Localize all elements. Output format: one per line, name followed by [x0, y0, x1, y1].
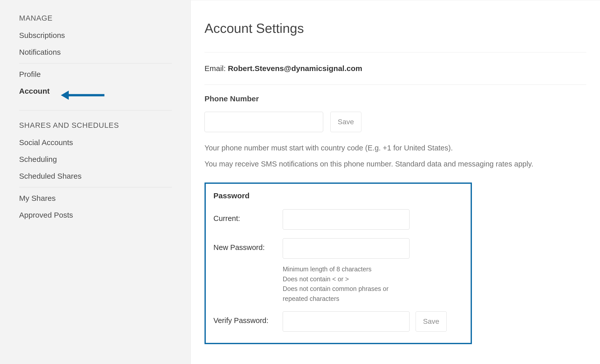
- email-label: Email:: [204, 64, 228, 73]
- svg-marker-1: [61, 91, 69, 100]
- email-row: Email: Robert.Stevens@dynamicsignal.com: [204, 52, 586, 85]
- sidebar-item-my-shares[interactable]: My Shares: [19, 194, 172, 203]
- sidebar-divider: [19, 110, 172, 110]
- new-password-input[interactable]: [283, 238, 410, 259]
- phone-help-text-2: You may receive SMS notifications on thi…: [204, 158, 586, 170]
- current-password-label: Current:: [213, 209, 283, 223]
- phone-heading: Phone Number: [204, 94, 586, 103]
- password-heading: Password: [213, 191, 463, 200]
- sidebar-item-notifications[interactable]: Notifications: [19, 48, 172, 57]
- sidebar-item-social-accounts[interactable]: Social Accounts: [19, 138, 172, 147]
- phone-input[interactable]: [204, 112, 323, 132]
- sidebar-item-subscriptions[interactable]: Subscriptions: [19, 31, 172, 40]
- password-requirements: Minimum length of 8 characters Does not …: [283, 264, 410, 304]
- sidebar: MANAGE Subscriptions Notifications Profi…: [0, 0, 190, 364]
- sidebar-item-account[interactable]: Account: [19, 87, 50, 95]
- verify-password-input[interactable]: [283, 311, 410, 332]
- password-save-button[interactable]: Save: [416, 311, 447, 332]
- sidebar-item-scheduling[interactable]: Scheduling: [19, 155, 172, 164]
- sidebar-item-approved-posts[interactable]: Approved Posts: [19, 211, 172, 219]
- sidebar-divider: [19, 187, 172, 187]
- phone-save-button[interactable]: Save: [330, 112, 361, 132]
- email-value: Robert.Stevens@dynamicsignal.com: [228, 64, 362, 73]
- password-req-3: Does not contain common phrases or repea…: [283, 284, 410, 304]
- main-content: Account Settings Email: Robert.Stevens@d…: [190, 0, 600, 364]
- phone-section: Phone Number Save Your phone number must…: [204, 85, 586, 179]
- page-title: Account Settings: [204, 21, 586, 36]
- verify-password-label: Verify Password:: [213, 311, 283, 325]
- current-password-input[interactable]: [283, 209, 410, 230]
- sidebar-item-profile[interactable]: Profile: [19, 70, 172, 79]
- phone-help-text-1: Your phone number must start with countr…: [204, 142, 586, 154]
- arrow-left-icon: [60, 90, 106, 101]
- password-req-2: Does not contain < or >: [283, 274, 410, 284]
- sidebar-header-shares: SHARES AND SCHEDULES: [19, 121, 172, 130]
- sidebar-divider: [19, 63, 172, 63]
- password-section: Password Current: New Password: Minimum …: [204, 183, 472, 344]
- new-password-label: New Password:: [213, 238, 283, 252]
- sidebar-item-scheduled-shares[interactable]: Scheduled Shares: [19, 172, 172, 180]
- sidebar-header-manage: MANAGE: [19, 14, 172, 22]
- password-req-1: Minimum length of 8 characters: [283, 264, 410, 274]
